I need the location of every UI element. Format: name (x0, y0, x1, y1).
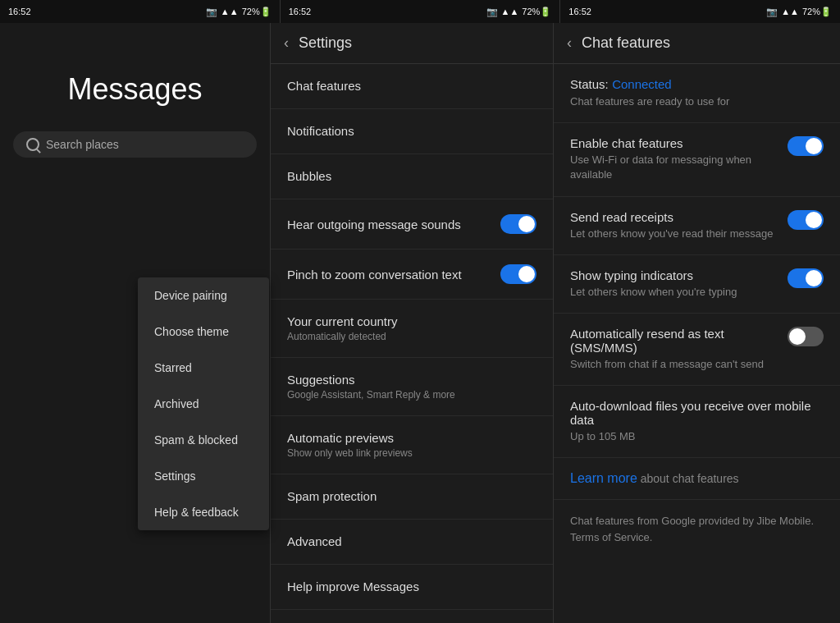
typing-sublabel: Let others know when you're typing (570, 285, 778, 300)
settings-label-sounds: Hear outgoing message sounds (287, 218, 461, 231)
messages-title: Messages (0, 72, 270, 107)
settings-label-bubbles: Bubbles (287, 169, 331, 183)
settings-item-bubbles[interactable]: Bubbles (271, 154, 553, 199)
dropdown-item-starred[interactable]: Starred (138, 350, 269, 386)
status-sublabel: Chat features are ready to use for (570, 94, 824, 109)
main-content: Messages Search places Device pairing Ch… (0, 23, 840, 623)
time-middle: 16:52 (289, 7, 312, 16)
auto-resend-label: Automatically resend as text (SMS/MMS) (570, 327, 778, 355)
toggle-knob-read-receipts (806, 212, 822, 228)
settings-item-advanced[interactable]: Advanced (271, 520, 553, 565)
auto-download-label: Auto-download files you receive over mob… (570, 399, 824, 427)
toggle-knob-sounds (518, 216, 535, 232)
icons-right: 📷 ▲▲ 72%🔋 (766, 7, 832, 17)
settings-back-button[interactable]: ‹ (284, 34, 289, 52)
learn-more-row: Learn more about chat features (554, 458, 840, 500)
icons-left: 📷 ▲▲ 72%🔋 (206, 7, 272, 17)
chat-features-back-button[interactable]: ‹ (567, 34, 572, 52)
settings-title: Settings (299, 34, 352, 52)
toggle-knob-enable-chat (806, 138, 822, 154)
settings-label-previews: Automatic previews (287, 431, 394, 445)
settings-item-notifications[interactable]: Notifications (271, 109, 553, 154)
status-bar-right: 16:52 📷 ▲▲ 72%🔋 (560, 0, 840, 23)
toggle-auto-resend[interactable] (788, 327, 824, 346)
search-icon (26, 138, 39, 151)
settings-label-spam: Spam protection (287, 489, 377, 503)
chat-item-auto-download[interactable]: Auto-download files you receive over mob… (554, 386, 840, 458)
time-left: 16:52 (8, 7, 31, 16)
chat-item-auto-resend[interactable]: Automatically resend as text (SMS/MMS) S… (554, 314, 840, 386)
settings-sublabel-suggestions: Google Assistant, Smart Reply & more (287, 389, 536, 401)
time-right: 16:52 (568, 7, 591, 16)
learn-more-suffix: about chat features (637, 472, 739, 485)
left-panel: Messages Search places Device pairing Ch… (0, 23, 271, 623)
chat-item-enable[interactable]: Enable chat features Use Wi-Fi or data f… (554, 123, 840, 196)
chat-item-typing[interactable]: Show typing indicators Let others know w… (554, 255, 840, 314)
enable-chat-label: Enable chat features (570, 136, 778, 150)
toggle-knob-pinch-zoom (518, 266, 535, 282)
settings-item-pinch-zoom[interactable]: Pinch to zoom conversation text (271, 250, 553, 300)
footer-text: Chat features from Google provided by Ji… (554, 500, 840, 558)
settings-item-suggestions[interactable]: Suggestions Google Assistant, Smart Repl… (271, 358, 553, 416)
read-receipts-sublabel: Let others know you've read their messag… (570, 227, 778, 241)
settings-item-chat-features[interactable]: Chat features (271, 64, 553, 109)
read-receipts-label: Send read receipts (570, 210, 778, 224)
right-panel: ‹ Chat features Status: Connected Chat f… (554, 23, 840, 623)
settings-item-previews[interactable]: Automatic previews Show only web link pr… (271, 416, 553, 474)
settings-label-pinch-zoom: Pinch to zoom conversation text (287, 268, 462, 282)
toggle-knob-auto-resend (789, 328, 806, 345)
dropdown-menu: Device pairing Choose theme Starred Arch… (138, 277, 269, 530)
toggle-typing[interactable] (788, 268, 824, 288)
chat-features-header: ‹ Chat features (554, 23, 840, 64)
settings-sublabel-country: Automatically detected (287, 331, 536, 342)
chat-item-read-receipts[interactable]: Send read receipts Let others know you'v… (554, 197, 840, 255)
settings-label-help-improve: Help improve Messages (287, 579, 419, 593)
toggle-knob-typing (806, 270, 822, 286)
status-row: Status: Connected Chat features are read… (554, 64, 840, 123)
toggle-pinch-zoom[interactable] (500, 264, 536, 284)
icons-middle: 📷 ▲▲ 72%🔋 (486, 7, 552, 17)
dropdown-item-device-pairing[interactable]: Device pairing (138, 277, 269, 314)
toggle-read-receipts[interactable] (788, 210, 824, 230)
auto-resend-sublabel: Switch from chat if a message can't send (570, 357, 778, 372)
chat-features-title: Chat features (582, 34, 670, 52)
settings-item-country[interactable]: Your current country Automatically detec… (271, 300, 553, 358)
status-bar-middle: 16:52 📷 ▲▲ 72%🔋 (281, 0, 561, 23)
dropdown-item-help-feedback[interactable]: Help & feedback (138, 494, 269, 530)
status-label: Status: (570, 77, 609, 91)
typing-label: Show typing indicators (570, 268, 778, 282)
dropdown-item-choose-theme[interactable]: Choose theme (138, 314, 269, 350)
settings-header: ‹ Settings (271, 23, 553, 64)
settings-sublabel-previews: Show only web link previews (287, 447, 536, 459)
status-value: Connected (612, 77, 672, 91)
dropdown-item-settings[interactable]: Settings (138, 458, 269, 494)
enable-chat-sublabel: Use Wi-Fi or data for messaging when ava… (570, 153, 778, 182)
search-placeholder: Search places (46, 138, 119, 151)
settings-item-about[interactable]: About, terms & privacy (271, 610, 553, 623)
settings-list: Chat features Notifications Bubbles Hear… (271, 64, 553, 623)
toggle-sounds[interactable] (500, 214, 536, 234)
settings-item-spam[interactable]: Spam protection (271, 474, 553, 520)
settings-label-advanced: Advanced (287, 534, 342, 548)
learn-more-link[interactable]: Learn more (570, 471, 637, 485)
auto-download-sublabel: Up to 105 MB (570, 429, 824, 444)
settings-label-suggestions: Suggestions (287, 373, 355, 387)
settings-item-help-improve[interactable]: Help improve Messages (271, 565, 553, 610)
middle-panel: ‹ Settings Chat features Notifications B… (271, 23, 554, 623)
dropdown-item-archived[interactable]: Archived (138, 386, 269, 422)
toggle-enable-chat[interactable] (788, 136, 824, 156)
settings-item-sounds[interactable]: Hear outgoing message sounds (271, 199, 553, 250)
search-bar[interactable]: Search places (13, 131, 257, 158)
settings-label-country: Your current country (287, 314, 398, 328)
settings-label-notifications: Notifications (287, 124, 354, 138)
status-bar-left: 16:52 📷 ▲▲ 72%🔋 (0, 0, 281, 23)
dropdown-item-spam-blocked[interactable]: Spam & blocked (138, 422, 269, 458)
status-bars: 16:52 📷 ▲▲ 72%🔋 16:52 📷 ▲▲ 72%🔋 16:52 📷 … (0, 0, 840, 23)
settings-label-chat-features: Chat features (287, 79, 361, 93)
